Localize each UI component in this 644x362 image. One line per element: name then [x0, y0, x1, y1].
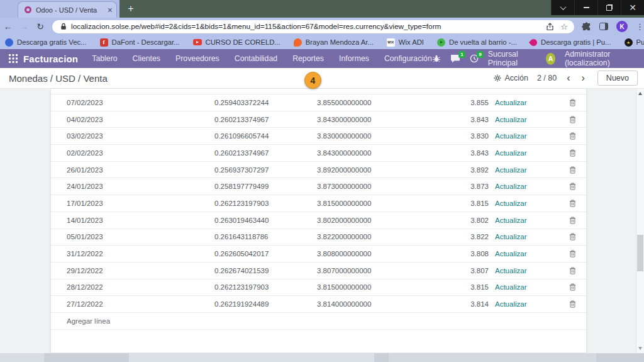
delete-row-button[interactable]: [558, 283, 587, 291]
rate-inverse-value[interactable]: 3.855000000000: [317, 99, 411, 106]
rate-inverse-value[interactable]: 3.843000000000: [317, 149, 411, 157]
rate-row[interactable]: 17/01/2023 0.262123197903 3.815000000000…: [51, 195, 586, 212]
window-restore-button[interactable]: [597, 0, 621, 15]
actualizar-link[interactable]: Actualizar: [489, 99, 558, 106]
actualizar-link[interactable]: Actualizar: [489, 300, 558, 308]
actualizar-link[interactable]: Actualizar: [489, 183, 558, 190]
rate-row[interactable]: 27/12/2022 0.262191924489 3.814000000000…: [51, 296, 586, 313]
side-panel-icon[interactable]: [599, 23, 608, 30]
debug-bug-button[interactable]: [432, 54, 441, 63]
rate-inverse-value[interactable]: 3.815000000000: [317, 200, 411, 207]
nav-item-tablero[interactable]: Tablero: [92, 54, 117, 63]
rate-inverse-value[interactable]: 3.873000000000: [317, 183, 411, 190]
rate-row[interactable]: 14/01/2023 0.263019463440 3.802000000000…: [51, 212, 586, 229]
rate-inverse-value[interactable]: 3.843000000000: [317, 116, 411, 123]
rate-value[interactable]: 0.261096605744: [214, 132, 317, 140]
address-bar[interactable]: localizacion.solse.pe/web#id=2&cids=1&bi…: [52, 20, 574, 33]
rate-date[interactable]: 07/02/2023: [51, 99, 214, 106]
delete-row-button[interactable]: [558, 267, 587, 274]
rate-row[interactable]: 03/02/2023 0.261096605744 3.830000000000…: [51, 128, 586, 145]
delete-row-button[interactable]: [558, 300, 587, 308]
rate-value[interactable]: 0.263019463440: [214, 217, 317, 224]
actualizar-link[interactable]: Actualizar: [489, 149, 558, 157]
rate-inverse-value[interactable]: 3.814000000000: [317, 300, 411, 308]
actualizar-link[interactable]: Actualizar: [489, 116, 558, 123]
rate-date[interactable]: 24/01/2023: [51, 183, 214, 190]
rate-date[interactable]: 14/01/2023: [51, 217, 214, 224]
extensions-puzzle-icon[interactable]: [582, 22, 591, 31]
actualizar-link[interactable]: Actualizar: [489, 283, 558, 291]
bookmark-item[interactable]: Wix ADI: [387, 38, 424, 47]
delete-row-button[interactable]: [558, 250, 587, 257]
bookmark-item[interactable]: CURSO DE CORELD...: [193, 38, 280, 46]
actualizar-link[interactable]: Actualizar: [489, 233, 558, 240]
rate-row[interactable]: 28/12/2022 0.262123197903 3.815000000000…: [51, 280, 586, 297]
rate-inverse-value[interactable]: 3.830000000000: [317, 132, 411, 140]
rate-row[interactable]: 07/02/2023 0.259403372244 3.855000000000…: [51, 94, 586, 111]
window-close-button[interactable]: ✕: [621, 0, 644, 15]
browser-tab[interactable]: Odoo - USD / Venta ×: [18, 1, 117, 18]
rate-value[interactable]: 0.262674021539: [214, 267, 317, 274]
rate-inverse-value[interactable]: 3.807000000000: [317, 267, 411, 274]
rate-value[interactable]: 0.262191924489: [214, 300, 317, 308]
tab-close-icon[interactable]: ×: [108, 6, 113, 14]
rate-date[interactable]: 27/12/2022: [51, 300, 214, 308]
company-selector[interactable]: Sucursal Principal: [488, 50, 536, 67]
reload-button[interactable]: ↻: [32, 21, 48, 31]
window-chevron-button[interactable]: [551, 0, 574, 15]
rate-inverse-value[interactable]: 3.892000000000: [317, 166, 411, 174]
scrollbar-thumb[interactable]: [637, 235, 643, 271]
browser-profile-avatar[interactable]: K: [616, 21, 628, 32]
user-avatar[interactable]: A: [546, 53, 555, 65]
rate-date[interactable]: 02/02/2023: [51, 149, 214, 157]
bookmark-star-button[interactable]: ☆: [560, 23, 568, 31]
pager-previous-icon[interactable]: ‹: [565, 73, 571, 83]
rate-date[interactable]: 31/12/2022: [51, 250, 214, 257]
rate-inverse-value[interactable]: 3.808000000000: [317, 250, 411, 257]
nav-item-configuracion[interactable]: Configuración: [384, 54, 432, 63]
breadcrumb[interactable]: Monedas / USD / Venta: [9, 73, 108, 84]
rate-value[interactable]: 0.262605042017: [214, 250, 317, 257]
rate-date[interactable]: 03/02/2023: [51, 132, 214, 140]
delete-row-button[interactable]: [558, 116, 587, 123]
bookmark-item[interactable]: De vuelta al barrio -...: [437, 38, 517, 47]
rate-value[interactable]: 0.256937307297: [214, 166, 317, 174]
rate-date[interactable]: 17/01/2023: [51, 200, 214, 207]
nav-item-clientes[interactable]: Clientes: [133, 54, 160, 63]
rate-date[interactable]: 26/01/2023: [51, 166, 214, 174]
delete-row-button[interactable]: [558, 99, 587, 106]
add-line-link[interactable]: Agregar línea: [51, 317, 110, 325]
delete-row-button[interactable]: [558, 183, 587, 190]
rate-value[interactable]: 0.260213374967: [214, 149, 317, 157]
page-scrollbar[interactable]: [636, 89, 644, 353]
new-record-button[interactable]: Nuevo: [597, 71, 638, 86]
back-button[interactable]: ←: [0, 21, 16, 31]
rate-row[interactable]: 04/02/2023 0.260213374967 3.843000000000…: [51, 111, 586, 128]
scroll-down-icon[interactable]: [638, 347, 642, 350]
actualizar-link[interactable]: Actualizar: [489, 217, 558, 224]
rate-value[interactable]: 0.262123197903: [214, 200, 317, 207]
browser-menu-icon[interactable]: ⋮: [636, 22, 644, 31]
rate-value[interactable]: 0.261643118786: [214, 233, 317, 240]
actualizar-link[interactable]: Actualizar: [489, 250, 558, 257]
delete-row-button[interactable]: [558, 149, 587, 157]
nav-item-contabilidad[interactable]: Contabilidad: [235, 54, 277, 63]
delete-row-button[interactable]: [558, 233, 587, 240]
new-tab-button[interactable]: +: [125, 3, 137, 15]
rate-inverse-value[interactable]: 3.815000000000: [317, 283, 411, 291]
nav-item-reportes[interactable]: Reportes: [292, 54, 324, 63]
nav-item-informes[interactable]: Informes: [339, 54, 369, 63]
rate-row[interactable]: 05/01/2023 0.261643118786 3.822000000000…: [51, 229, 586, 246]
forward-button[interactable]: →: [16, 21, 33, 31]
rate-inverse-value[interactable]: 3.802000000000: [317, 217, 411, 224]
actualizar-link[interactable]: Actualizar: [489, 267, 558, 274]
activities-button[interactable]: 9: [470, 54, 479, 63]
apps-menu-button[interactable]: [9, 54, 18, 63]
rate-row[interactable]: 26/01/2023 0.256937307297 3.892000000000…: [51, 162, 586, 179]
rate-value[interactable]: 0.260213374967: [214, 116, 317, 123]
rate-date[interactable]: 29/12/2022: [51, 267, 214, 274]
rate-date[interactable]: 05/01/2023: [51, 233, 214, 240]
bookmark-item[interactable]: Punto de venta Ven...: [625, 38, 644, 47]
rate-value[interactable]: 0.258197779499: [214, 183, 317, 190]
delete-row-button[interactable]: [558, 132, 587, 140]
